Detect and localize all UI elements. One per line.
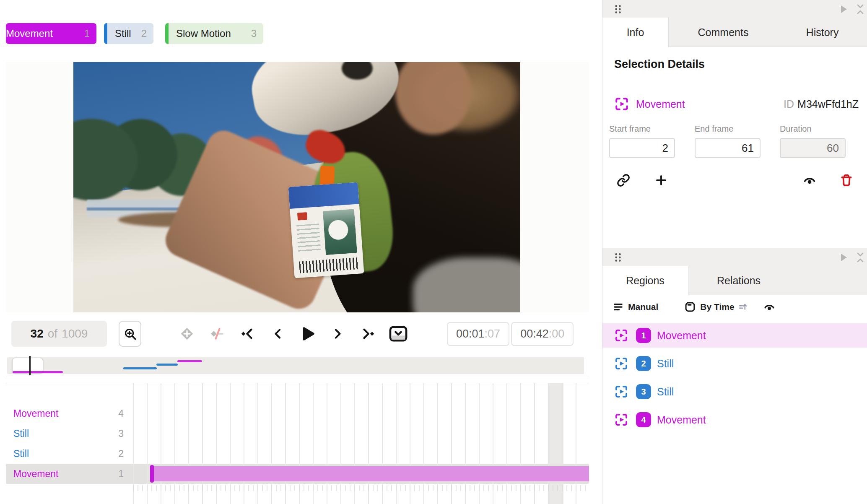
visibility-button[interactable] bbox=[800, 171, 819, 190]
start-frame-label: Start frame bbox=[609, 124, 675, 134]
time-displays: 00:01:07 00:42:00 bbox=[447, 322, 575, 346]
tab-history[interactable]: History bbox=[778, 18, 867, 47]
current-time[interactable]: 00:01:07 bbox=[447, 322, 509, 346]
remove-keyframe-icon bbox=[209, 326, 225, 342]
label-chip-movement[interactable]: Movement 1 bbox=[6, 23, 96, 44]
duration-label: Duration bbox=[780, 124, 846, 134]
end-frame-label: End frame bbox=[695, 124, 761, 134]
region-row-2-still[interactable]: 2 Still bbox=[602, 351, 867, 376]
eye-icon bbox=[802, 173, 817, 187]
transport-controls bbox=[172, 325, 413, 343]
region-number-badge: 1 bbox=[636, 328, 651, 343]
previous-keyframe-icon bbox=[239, 326, 255, 342]
previous-keyframe-button[interactable] bbox=[238, 325, 257, 343]
end-frame-field: End frame bbox=[695, 124, 761, 158]
timeline-region-bar-movement-1[interactable] bbox=[150, 466, 589, 481]
track-label: Movement bbox=[13, 468, 58, 480]
end-frame-input[interactable] bbox=[695, 138, 761, 158]
delete-button[interactable] bbox=[837, 171, 856, 190]
video-region-icon bbox=[614, 384, 628, 399]
video-region-icon bbox=[614, 413, 628, 427]
minimap-segment-still-3 bbox=[156, 364, 178, 366]
chip-hotkey: 2 bbox=[141, 28, 147, 39]
chevron-left-icon bbox=[270, 326, 285, 341]
app-root: Movement 1 Still 2 Slow Motion 3 bbox=[0, 0, 867, 504]
region-label: Movement bbox=[657, 414, 706, 426]
video-frame[interactable] bbox=[73, 62, 520, 312]
region-number-badge: 3 bbox=[636, 384, 651, 399]
panel-expand-icon[interactable] bbox=[838, 252, 849, 263]
tab-regions[interactable]: Regions bbox=[602, 266, 688, 296]
selection-label: Movement bbox=[636, 98, 685, 110]
total-time-main: 00:42 bbox=[520, 327, 549, 340]
timeline-zoom-button[interactable] bbox=[119, 321, 141, 347]
video-region-icon bbox=[614, 328, 628, 343]
frame-counter[interactable]: 32 of 1009 bbox=[11, 321, 107, 347]
add-keyframe-button[interactable] bbox=[178, 325, 196, 343]
region-row-4-movement[interactable]: 4 Movement bbox=[602, 408, 867, 432]
regions-panel-header bbox=[602, 248, 867, 266]
track-row-still-3[interactable]: Still 3 bbox=[6, 423, 133, 444]
region-row-1-movement[interactable]: 1 Movement bbox=[602, 323, 867, 348]
next-keyframe-button[interactable] bbox=[359, 325, 377, 343]
tab-info[interactable]: Info bbox=[602, 18, 669, 47]
id-label: ID bbox=[784, 98, 794, 110]
selection-details-heading: Selection Details bbox=[614, 58, 705, 71]
label-chips: Movement 1 Still 2 Slow Motion 3 bbox=[6, 23, 263, 44]
region-row-3-still[interactable]: 3 Still bbox=[602, 379, 867, 404]
label-chip-slow-motion[interactable]: Slow Motion 3 bbox=[165, 23, 263, 44]
track-label: Movement bbox=[13, 408, 58, 419]
previous-frame-button[interactable] bbox=[268, 325, 287, 343]
track-label: Still bbox=[13, 448, 29, 460]
manual-order-icon bbox=[613, 301, 624, 312]
timeline-minimap[interactable] bbox=[7, 357, 584, 374]
link-icon bbox=[617, 174, 630, 187]
track-row-movement-1[interactable]: Movement 1 bbox=[6, 464, 133, 484]
badge-red-mark bbox=[297, 212, 307, 220]
track-row-still-2[interactable]: Still 2 bbox=[6, 444, 133, 464]
chip-hotkey: 1 bbox=[84, 28, 90, 39]
drag-handle-icon[interactable] bbox=[613, 4, 623, 15]
right-panel: Info Comments History Selection Details … bbox=[602, 0, 867, 504]
track-number: 2 bbox=[118, 448, 124, 460]
regions-visibility-button[interactable] bbox=[763, 301, 776, 313]
badge-header bbox=[288, 182, 360, 209]
minimap-segment-movement-4 bbox=[177, 360, 202, 362]
tab-relations[interactable]: Relations bbox=[688, 266, 789, 295]
chip-label: Still bbox=[115, 28, 131, 39]
by-time-label: By Time bbox=[700, 302, 734, 312]
eye-icon bbox=[763, 301, 776, 313]
info-panel-header bbox=[602, 0, 867, 18]
video-region-icon bbox=[614, 96, 629, 112]
next-frame-button[interactable] bbox=[329, 325, 347, 343]
panel-expand-icon[interactable] bbox=[838, 4, 849, 15]
link-button[interactable] bbox=[614, 171, 633, 190]
play-button[interactable] bbox=[299, 325, 317, 343]
badge-photo bbox=[323, 209, 357, 255]
region-label: Movement bbox=[657, 330, 706, 342]
regions-panel-tabs: Regions Relations bbox=[602, 266, 867, 295]
tab-comments[interactable]: Comments bbox=[669, 18, 778, 47]
panel-collapse-icon[interactable] bbox=[855, 252, 865, 263]
track-row-movement-4[interactable]: Movement 4 bbox=[6, 403, 133, 423]
manual-order-button[interactable]: Manual bbox=[613, 301, 658, 312]
video-region-icon bbox=[614, 356, 628, 371]
by-time-button[interactable]: By Time bbox=[684, 301, 748, 313]
zoom-in-icon bbox=[123, 327, 137, 341]
start-frame-input[interactable] bbox=[609, 138, 675, 158]
drag-handle-icon[interactable] bbox=[613, 252, 623, 263]
minimap-playhead[interactable] bbox=[29, 356, 31, 375]
add-button[interactable] bbox=[652, 171, 670, 190]
track-number: 3 bbox=[118, 428, 124, 439]
total-time[interactable]: 00:42:00 bbox=[511, 322, 574, 346]
id-value: M34wFfd1hZ bbox=[797, 98, 859, 110]
region-bar-start-cap[interactable] bbox=[150, 465, 154, 483]
remove-keyframe-button[interactable] bbox=[208, 325, 226, 343]
playback-options-button[interactable] bbox=[389, 325, 408, 343]
region-label: Still bbox=[657, 358, 674, 370]
track-number: 4 bbox=[118, 408, 124, 419]
panel-collapse-icon[interactable] bbox=[855, 3, 865, 15]
label-chip-still[interactable]: Still 2 bbox=[104, 23, 153, 44]
frame-of-label: of bbox=[48, 327, 57, 340]
current-frame: 32 bbox=[31, 327, 44, 340]
